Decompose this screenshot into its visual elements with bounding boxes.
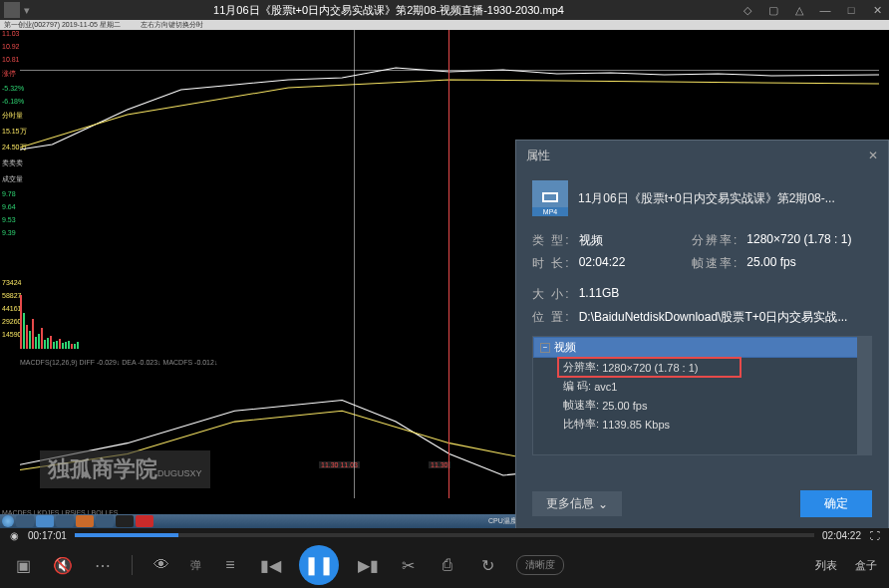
progress-bar: ◉ 00:17:01 02:04:22 ⛶ — [0, 528, 889, 542]
ok-button[interactable]: 确定 — [800, 490, 872, 517]
snapshot-icon[interactable]: ⎙ — [437, 554, 458, 576]
player-controls: ▣ 🔇 ⋯ 👁 弹 ≡ ▮◀ ❚❚ ▶▮ ✂ ⎙ ↻ 清晰度 列表 盒子 — [0, 542, 889, 588]
maximize-icon[interactable]: □ — [843, 2, 859, 18]
marker-line — [448, 30, 449, 498]
taskbar-app[interactable] — [76, 515, 94, 527]
prev-button[interactable]: ▮◀ — [259, 554, 281, 576]
bell-icon[interactable]: △ — [791, 2, 807, 18]
taskbar-app[interactable] — [56, 515, 74, 527]
titlebar: ▾ 11月06日《股票t+0日内交易实战课》第2期08-视频直播-1930-20… — [0, 0, 889, 20]
app-icon — [4, 2, 20, 18]
taskbar-app[interactable] — [36, 515, 54, 527]
window-title: 11月06日《股票t+0日内交易实战课》第2期08-视频直播-1930-2030… — [38, 3, 740, 18]
taskbar-app[interactable] — [96, 515, 114, 527]
danmu-toggle[interactable]: 弹 — [190, 558, 201, 573]
seek-bar[interactable] — [75, 533, 814, 537]
tree-codec[interactable]: 编 码: avc1 — [533, 377, 871, 396]
crosshair-horizontal — [20, 70, 879, 71]
video-area: 第一创业(002797) 2019-11-05 星期二 左右方向键切换分时 11… — [0, 20, 889, 528]
chevron-down-icon: ⌄ — [598, 497, 608, 511]
file-name: 11月06日《股票t+0日内交易实战课》第2期08-... — [578, 190, 872, 207]
tree-bitrate[interactable]: 比特率: 1139.85 Kbps — [533, 415, 871, 434]
total-time: 02:04:22 — [822, 530, 861, 541]
box-button[interactable]: 盒子 — [855, 558, 877, 573]
cube-icon[interactable]: ◇ — [740, 2, 755, 18]
chat-icon[interactable]: ▢ — [765, 2, 781, 18]
taskbar-app[interactable] — [116, 515, 134, 527]
collapse-icon[interactable]: − — [540, 343, 550, 353]
close-icon[interactable]: ✕ — [869, 2, 885, 18]
stop-button[interactable]: ◉ — [8, 529, 20, 541]
start-button[interactable] — [2, 515, 14, 527]
next-button[interactable]: ▶▮ — [357, 554, 379, 576]
crosshair-vertical — [354, 30, 355, 498]
open-icon[interactable]: ▣ — [12, 554, 34, 576]
volume-icon[interactable]: 🔇 — [52, 554, 74, 576]
quality-button[interactable]: 清晰度 — [516, 555, 564, 575]
tree-resolution[interactable]: 分辨率: 1280×720 (1.78 : 1) — [533, 358, 871, 377]
dropdown-icon[interactable]: ▾ — [24, 4, 30, 17]
playlist-button[interactable]: 列表 — [815, 558, 837, 573]
taskbar-app[interactable] — [16, 515, 34, 527]
rotate-icon[interactable]: ↻ — [476, 554, 498, 576]
cut-icon[interactable]: ✂ — [397, 554, 419, 576]
fullscreen-icon[interactable]: ⛶ — [869, 529, 881, 541]
tree-fps[interactable]: 帧速率: 25.00 fps — [533, 396, 871, 415]
minimize-icon[interactable]: — — [817, 2, 833, 18]
more-icon[interactable]: ⋯ — [92, 554, 114, 576]
more-info-button[interactable]: 更多信息⌄ — [532, 491, 622, 516]
eye-icon[interactable]: 👁 — [150, 554, 172, 576]
dialog-title: 属性 — [526, 147, 550, 164]
properties-dialog: 属性 ✕ MP4 11月06日《股票t+0日内交易实战课》第2期08-... 类… — [515, 140, 889, 530]
scrollbar[interactable] — [857, 337, 871, 454]
current-time: 00:17:01 — [28, 530, 67, 541]
dialog-close-icon[interactable]: ✕ — [868, 148, 878, 162]
chart-header: 第一创业(002797) 2019-11-05 星期二 左右方向键切换分时 — [0, 20, 889, 30]
watermark: 独孤商学院DUGUSXY — [40, 450, 210, 488]
pause-button[interactable]: ❚❚ — [299, 545, 339, 585]
filter-icon[interactable]: ≡ — [219, 554, 241, 576]
file-type-icon: MP4 — [532, 180, 568, 216]
details-tree[interactable]: −视频 分辨率: 1280×720 (1.78 : 1) 编 码: avc1 帧… — [532, 336, 872, 455]
macd-label: MACDFS(12,26,9) DIFF -0.029↓ DEA -0.023↓… — [20, 359, 217, 366]
taskbar-app[interactable] — [136, 515, 153, 527]
